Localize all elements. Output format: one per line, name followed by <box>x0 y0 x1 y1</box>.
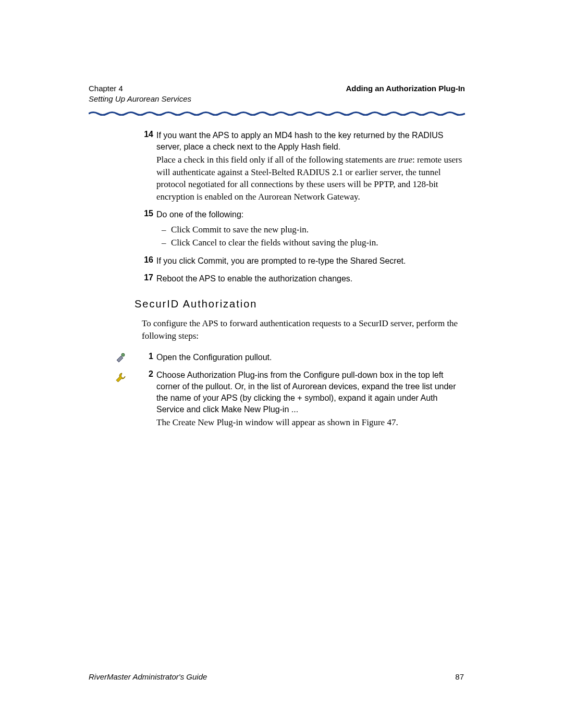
page-header: Chapter 4 Setting Up Aurorean Services A… <box>89 83 465 104</box>
procedure-step-1: 1 Open the Configuration pullout. <box>156 352 465 363</box>
header-right: Adding an Authorization Plug-In <box>346 83 465 94</box>
header-left: Chapter 4 Setting Up Aurorean Services <box>89 83 191 104</box>
section-intro: To configure the APS to forward authenti… <box>142 317 465 342</box>
config-tool-icon <box>115 352 127 364</box>
step-lead: Choose Authorization Plug-ins from the C… <box>156 369 465 415</box>
step-lead: Do one of the following: <box>156 209 465 220</box>
step-number: 14 <box>141 130 153 139</box>
step-lead: Reboot the APS to enable the authorizati… <box>156 273 465 285</box>
step-15: 15 Do one of the following: Click Commit… <box>156 209 465 249</box>
wrench-icon <box>115 372 127 384</box>
step-sublist: Click Commit to save the new plug-in. Cl… <box>156 224 465 249</box>
step-14: 14 If you want the APS to apply an MD4 h… <box>156 130 465 203</box>
step-lead: If you want the APS to apply an MD4 hash… <box>156 130 465 153</box>
sublist-item: Click Commit to save the new plug-in. <box>171 224 465 237</box>
step-number: 1 <box>141 352 153 361</box>
step-body: The Create New Plug-in window will appea… <box>156 416 465 428</box>
step-lead: If you click Commit, you are prompted to… <box>156 255 465 267</box>
step-number: 2 <box>141 369 153 379</box>
chapter-label: Chapter 4 <box>89 83 191 94</box>
step-number: 17 <box>141 273 153 282</box>
step-number: 15 <box>141 209 153 218</box>
procedure-step-2: 2 Choose Authorization Plug-ins from the… <box>156 369 465 429</box>
wavy-separator-icon <box>89 111 465 116</box>
steps-area: 1 Open the Configuration pullout. 2 Choo… <box>89 352 465 429</box>
body-italic: true <box>398 155 412 165</box>
icon-gutter <box>115 352 131 391</box>
step-number: 16 <box>141 255 153 265</box>
svg-point-0 <box>121 353 125 356</box>
step-17: 17 Reboot the APS to enable the authoriz… <box>156 273 465 285</box>
section-heading: SecurID Authorization <box>134 298 465 310</box>
sublist-item: Click Cancel to clear the fields without… <box>171 237 465 250</box>
step-16: 16 If you click Commit, you are prompted… <box>156 255 465 267</box>
page-number: 87 <box>455 672 464 681</box>
page-footer: RiverMaster Administrator's Guide 87 <box>89 672 464 681</box>
content-area: 14 If you want the APS to apply an MD4 h… <box>89 130 465 285</box>
chapter-subtitle: Setting Up Aurorean Services <box>89 94 191 104</box>
body-prefix: Place a check in this field only if all … <box>156 155 398 165</box>
step-body: Place a check in this field only if all … <box>156 154 465 203</box>
footer-title: RiverMaster Administrator's Guide <box>89 672 207 681</box>
step-lead: Open the Configuration pullout. <box>156 352 465 363</box>
